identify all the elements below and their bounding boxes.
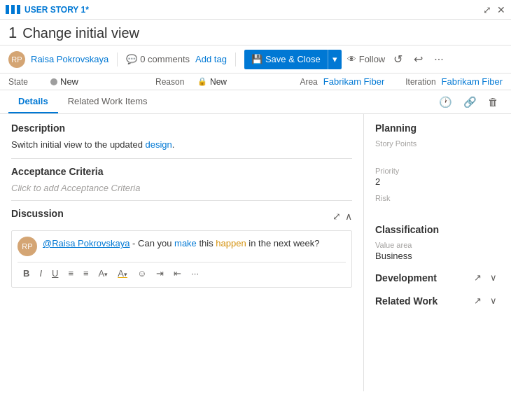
close-button[interactable]: ✕ [497, 4, 505, 15]
more-button[interactable]: ··· [431, 52, 446, 67]
risk-label: Risk [375, 194, 500, 202]
expand-discussion-button[interactable]: ⤢ [332, 211, 341, 222]
font-color-button[interactable]: A▾ [115, 267, 130, 280]
development-section: Development ↗ ∨ [375, 271, 500, 284]
state-label: State [8, 77, 50, 87]
discussion-make: make [174, 238, 197, 248]
area-label: Area [300, 77, 317, 87]
development-expand-button[interactable]: ↗ [471, 271, 484, 284]
iteration-label: Iteration [405, 77, 435, 87]
classification-section: Classification Value area Business [375, 224, 500, 261]
reason-value-group: 🔒 New [197, 77, 227, 87]
description-text: Switch initial view to the updated desig… [11, 139, 352, 150]
bold-button[interactable]: B [20, 267, 32, 280]
classification-title: Classification [375, 224, 439, 235]
align-button[interactable]: ≡ [65, 267, 76, 280]
list-button[interactable]: ≡ [80, 267, 92, 280]
risk-value [375, 204, 500, 214]
more-disc-button[interactable]: ··· [188, 267, 202, 280]
desc-text-highlight: design [146, 139, 172, 150]
story-points-value [375, 149, 500, 160]
highlight-color-button[interactable]: A▾ [96, 267, 111, 280]
comments-button[interactable]: 💬 0 comments [126, 54, 190, 64]
tab-related-work-items[interactable]: Related Work Items [58, 90, 158, 113]
risk-field: Risk [375, 194, 500, 214]
classification-header: Classification [375, 224, 500, 235]
area-iter-group: Area Fabrikam Fiber Iteration Fabrikam F… [300, 76, 503, 87]
comments-icon: 💬 [126, 54, 137, 64]
save-close-main[interactable]: 💾 Save & Close [244, 54, 328, 64]
link-button[interactable]: 🔗 [459, 93, 481, 111]
work-item-title: Change initial view [22, 25, 139, 41]
outdent-button[interactable]: ⇤ [171, 267, 184, 280]
development-title: Development [375, 272, 437, 284]
save-close-group[interactable]: 💾 Save & Close ▾ [244, 50, 342, 69]
tabs-bar: Details Related Work Items 🕐 🔗 🗑 [0, 90, 511, 114]
title-bar: USER STORY 1* ⤢ ✕ [0, 0, 511, 20]
discussion-middle: this [197, 238, 216, 248]
save-dropdown-arrow[interactable]: ▾ [328, 50, 342, 69]
indent-button[interactable]: ⇥ [153, 267, 167, 280]
avatar: RP [8, 51, 25, 68]
desc-text-end: . [172, 139, 175, 150]
italic-button[interactable]: I [36, 267, 45, 280]
story-points-label: Story Points [375, 139, 500, 148]
work-item-header: 1 Change initial view [0, 20, 511, 46]
reason-field: Reason 🔒 New [155, 77, 281, 87]
history-button[interactable]: 🕐 [435, 93, 456, 111]
development-collapse-button[interactable]: ∨ [487, 271, 500, 284]
state-value[interactable]: New [60, 76, 78, 87]
related-work-section: Related Work ↗ ∨ [375, 294, 500, 307]
discussion-rest: in the next week? [246, 238, 320, 248]
iteration-value[interactable]: Fabrikam Fiber [442, 76, 503, 87]
follow-label: Follow [359, 54, 386, 64]
user-name[interactable]: Raisa Pokrovskaya [31, 54, 108, 64]
discussion-toolbar: B I U ≡ ≡ A▾ A▾ ☺ ⇥ ⇤ ··· [18, 262, 346, 281]
priority-label: Priority [375, 167, 500, 175]
discussion-happen: happen [216, 238, 246, 248]
state-dot-icon [50, 78, 57, 85]
title-bar-label: USER STORY 1* [24, 5, 89, 15]
user-story-icon [6, 5, 20, 14]
state-value-group: New [50, 76, 78, 87]
related-work-header: Related Work ↗ ∨ [375, 294, 500, 307]
undo-button[interactable]: ↩ [411, 51, 426, 67]
area-value[interactable]: Fabrikam Fiber [323, 76, 384, 87]
restore-button[interactable]: ⤢ [483, 4, 491, 15]
work-item-id: 1 [8, 24, 17, 42]
desc-text-plain: Switch initial view to the updated [11, 139, 146, 150]
underline-button[interactable]: U [49, 267, 61, 280]
tab-related-label: Related Work Items [68, 96, 148, 106]
toolbar-separator-2 [235, 52, 236, 66]
story-points-field: Story Points [375, 139, 500, 160]
save-label: Save & Close [265, 54, 321, 64]
iteration-field: Iteration Fabrikam Fiber [405, 76, 503, 87]
related-work-expand-button[interactable]: ↗ [471, 294, 484, 307]
priority-field: Priority 2 [375, 167, 500, 187]
add-tag-button[interactable]: Add tag [195, 54, 227, 64]
dropdown-icon: ▾ [332, 54, 337, 64]
related-work-collapse-button[interactable]: ∨ [487, 294, 500, 307]
right-panel: Planning Story Points Priority 2 Risk Cl… [364, 114, 511, 391]
meta-row: State New Reason 🔒 New Area Fabrikam Fib… [0, 74, 511, 90]
refresh-button[interactable]: ↺ [391, 51, 405, 67]
collapse-discussion-button[interactable]: ∧ [345, 211, 352, 222]
description-divider [11, 158, 352, 159]
development-header: Development ↗ ∨ [375, 271, 500, 284]
follow-button[interactable]: 👁 Follow [347, 54, 386, 64]
lock-icon: 🔒 [197, 77, 207, 86]
planning-title: Planning [375, 122, 500, 134]
tab-details[interactable]: Details [8, 90, 58, 113]
discussion-header: Discussion ⤢ ∧ [11, 208, 352, 225]
state-field: State New [8, 76, 134, 87]
emoji-button[interactable]: ☺ [134, 267, 149, 280]
discussion-dash: - Can you [130, 238, 174, 248]
discussion-box[interactable]: RP @Raisa Pokrovskaya - Can you make thi… [11, 230, 352, 288]
tab-icons: 🕐 🔗 🗑 [435, 93, 503, 111]
save-icon: 💾 [251, 54, 262, 64]
delete-button[interactable]: 🗑 [484, 93, 503, 111]
tab-details-label: Details [18, 96, 48, 106]
acceptance-placeholder[interactable]: Click to add Acceptance Criteria [11, 183, 352, 193]
discussion-mention[interactable]: @Raisa Pokrovskaya [43, 238, 130, 248]
follow-icon: 👁 [347, 54, 356, 64]
